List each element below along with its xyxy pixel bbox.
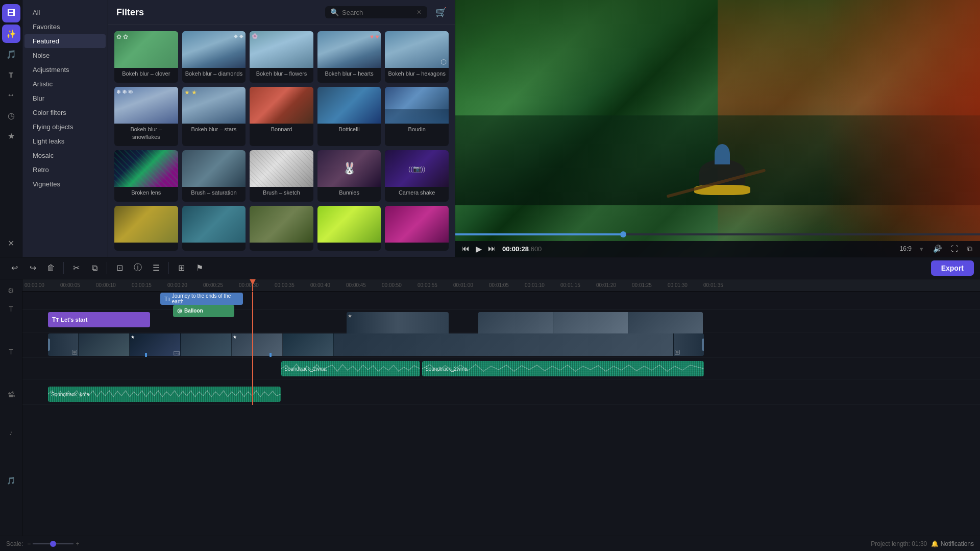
track-video-main: ⊕ ★ ▷◁ ★ xyxy=(22,332,980,358)
filter-card-bokeh-stars[interactable]: ★ ★ Bokeh blur – stars xyxy=(182,87,246,146)
tl-add-icon[interactable]: T xyxy=(4,302,18,316)
filter-card-bokeh-flowers[interactable]: 🌸 Bokeh blur – flowers xyxy=(250,31,313,83)
filter-card-bokeh-clover[interactable]: ✿ ✿ Bokeh blur – clover xyxy=(114,31,178,83)
filter-card-bokeh-hexagons[interactable]: ⬡ Bokeh blur – hexagons xyxy=(385,31,449,83)
filter-card-bokeh-snowflakes[interactable]: ❄ ❄ ❄ Bokeh blur – snowflakes xyxy=(114,87,178,146)
clip-video-main[interactable]: ⊕ ★ ▷◁ ★ xyxy=(48,333,704,356)
popout-icon[interactable]: ⧉ xyxy=(967,245,972,253)
clip-audio-soundtrack2-2[interactable]: Soundtrack_2wma xyxy=(422,361,704,376)
sidebar-item-retro[interactable]: Retro xyxy=(24,163,106,177)
sidebar-item-artistic[interactable]: Artistic xyxy=(24,77,106,91)
tl-audio-icon[interactable]: ♪ xyxy=(4,425,18,440)
fullscreen-icon[interactable]: ⛶ xyxy=(951,245,958,253)
filter-thumb xyxy=(385,206,449,243)
list-btn[interactable]: ☰ xyxy=(148,260,164,276)
sidebar-item-favorites[interactable]: Favorites xyxy=(24,20,106,34)
export-btn[interactable]: Export xyxy=(931,260,974,276)
toolbar-divider xyxy=(63,262,64,274)
sidebar-item-featured[interactable]: Featured xyxy=(24,34,106,48)
filter-thumb: ♥ ♥ xyxy=(317,31,381,68)
notifications-btn[interactable]: 🔔 Notifications xyxy=(931,540,974,547)
filter-card-row4-5[interactable] xyxy=(385,206,449,250)
screen-btn[interactable]: ⊞ xyxy=(173,260,189,276)
copy-btn[interactable]: ⧉ xyxy=(86,260,103,276)
settings-nav-btn[interactable]: ✕ xyxy=(2,234,20,253)
cart-icon[interactable]: 🛒 xyxy=(435,7,447,18)
audio-label-music: Soundtrack_kma xyxy=(51,391,89,397)
audio-nav-btn[interactable]: 🎵 xyxy=(2,45,20,63)
prev-frame-btn[interactable]: ⏮ xyxy=(461,244,470,253)
tl-music-icon[interactable]: 🎵 xyxy=(4,473,18,488)
media-nav-btn[interactable]: 🎞 xyxy=(2,4,20,22)
filter-card-bonnard[interactable]: Bonnard xyxy=(250,87,313,146)
sidebar-item-noise[interactable]: Noise xyxy=(24,49,106,62)
redo-btn[interactable]: ↪ xyxy=(24,260,41,276)
filter-card-row4-3[interactable] xyxy=(250,206,313,250)
scale-minus-icon: − xyxy=(27,540,31,547)
play-btn[interactable]: ▶ xyxy=(476,244,482,254)
cut-btn[interactable]: ✂ xyxy=(68,260,84,276)
filter-label: Bokeh blur – hearts xyxy=(317,68,381,80)
clear-search-icon[interactable]: ✕ xyxy=(416,9,422,16)
filter-label: Bokeh blur – snowflakes xyxy=(114,124,178,143)
tick-15: 00:01:15 xyxy=(560,282,596,288)
filter-card-bokeh-diamonds[interactable]: ◆ ◆ Bokeh blur – diamonds xyxy=(182,31,246,83)
clock-nav-btn[interactable]: ◷ xyxy=(2,106,20,125)
sticker-nav-btn[interactable]: ★ xyxy=(2,127,20,145)
flag-btn[interactable]: ⚑ xyxy=(191,260,208,276)
filter-card-bunnies[interactable]: 🐰 Bunnies xyxy=(317,150,381,202)
filter-sidebar: All Favorites Featured Noise Adjustments… xyxy=(22,0,108,257)
tick-3: 00:00:15 xyxy=(132,282,167,288)
timeline-area: ⚙ T T 📽 ♪ 🎵 00:00:00 00:00:05 00:00:10 0… xyxy=(0,279,980,536)
sidebar-item-vignettes[interactable]: Vignettes xyxy=(24,177,106,191)
filter-card-row4-1[interactable] xyxy=(114,206,178,250)
filter-label: Boudin xyxy=(385,124,449,136)
transitions-nav-btn[interactable]: ↔ xyxy=(2,86,20,104)
aspect-ratio: 16:9 xyxy=(900,245,912,252)
filter-card-row4-4[interactable] xyxy=(317,206,381,250)
sidebar-item-color-filters[interactable]: Color filters xyxy=(24,106,106,119)
tl-video-icon[interactable]: 📽 xyxy=(4,388,18,402)
tl-text-icon[interactable]: T xyxy=(4,345,18,359)
undo-btn[interactable]: ↩ xyxy=(6,260,22,276)
clip-music-main[interactable]: Soundtrack_kma xyxy=(48,387,281,402)
sidebar-item-adjustments[interactable]: Adjustments xyxy=(24,63,106,77)
search-input[interactable] xyxy=(342,9,413,16)
video-controls: ⏮ ▶ ⏭ 00:00:28.600 16:9 ▾ 🔊 ⛶ ⧉ xyxy=(455,241,980,257)
sidebar-item-blur[interactable]: Blur xyxy=(24,91,106,105)
filter-card-camera-shake[interactable]: ((📷)) Camera shake xyxy=(385,150,449,202)
filter-card-boudin[interactable]: Boudin xyxy=(385,87,449,146)
clip-audio-soundtrack2-1[interactable]: Soundtrack_2wma xyxy=(281,361,420,376)
tick-10: 00:00:50 xyxy=(382,282,418,288)
volume-icon[interactable]: 🔊 xyxy=(933,245,942,253)
clip-journey-title[interactable]: Tт Journey to the ends of the earth xyxy=(160,293,243,305)
audio-label-2: Soundtrack_2wma xyxy=(425,366,468,371)
tl-settings-icon[interactable]: ⚙ xyxy=(4,283,18,298)
delete-btn[interactable]: 🗑 xyxy=(43,260,59,276)
filter-card-brush-saturation[interactable]: Brush – saturation xyxy=(182,150,246,202)
next-frame-btn[interactable]: ⏭ xyxy=(488,244,496,253)
sidebar-item-mosaic[interactable]: Mosaic xyxy=(24,149,106,162)
playhead-ruler xyxy=(252,279,253,291)
filter-card-brush-sketch[interactable]: Brush – sketch xyxy=(250,150,313,202)
effects-nav-btn[interactable]: ✨ xyxy=(2,25,20,43)
filter-card-botticelli[interactable]: Botticelli xyxy=(317,87,381,146)
filter-label: Broken lens xyxy=(114,187,178,199)
text-nav-btn[interactable]: T xyxy=(2,65,20,84)
scale-slider[interactable] xyxy=(33,543,74,544)
crop-btn[interactable]: ⊡ xyxy=(111,260,128,276)
track-music: Soundtrack_kma xyxy=(22,384,980,405)
filter-thumb xyxy=(114,206,178,243)
sidebar-item-all[interactable]: All xyxy=(24,6,106,19)
sidebar-item-light-leaks[interactable]: Light leaks xyxy=(24,134,106,148)
clip-lets-start[interactable]: Tт Let's start xyxy=(48,312,150,327)
scale-label: Scale: xyxy=(6,540,23,547)
sidebar-item-flying-objects[interactable]: Flying objects xyxy=(24,120,106,134)
filter-card-broken-lens[interactable]: Broken lens xyxy=(114,150,178,202)
video-progress-bar[interactable] xyxy=(455,233,980,235)
filter-card-bokeh-hearts[interactable]: ♥ ♥ Bokeh blur – hearts xyxy=(317,31,381,83)
filter-search-box[interactable]: 🔍 ✕ xyxy=(325,6,427,18)
filter-label: Bonnard xyxy=(250,124,313,136)
filter-card-row4-2[interactable] xyxy=(182,206,246,250)
info-btn[interactable]: ⓘ xyxy=(130,260,146,276)
